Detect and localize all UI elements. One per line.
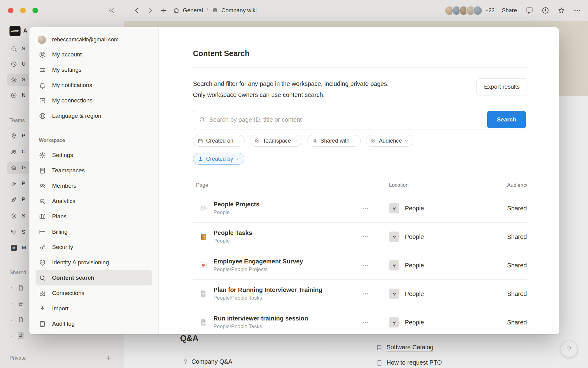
page-path: People bbox=[213, 209, 259, 216]
settings-item-billing[interactable]: Billing bbox=[36, 224, 152, 240]
chevron-down-icon bbox=[236, 157, 240, 161]
external-link-icon bbox=[39, 97, 46, 104]
location-cell: People bbox=[405, 290, 424, 297]
page-title-cell: Run interviewer training session bbox=[213, 315, 308, 322]
people-icon bbox=[254, 138, 260, 144]
chevron-down-icon bbox=[236, 139, 240, 143]
search-icon bbox=[199, 116, 205, 123]
chevron-down-icon bbox=[405, 139, 409, 143]
export-results-button[interactable]: Export results bbox=[477, 78, 527, 95]
people-icon bbox=[370, 138, 376, 144]
filter-created-on[interactable]: Created on bbox=[193, 135, 245, 147]
account-avatar bbox=[38, 36, 46, 44]
settings-item-teamspaces[interactable]: Teamspaces bbox=[36, 163, 152, 178]
settings-item-my-notifications[interactable]: My notifications bbox=[36, 78, 152, 93]
page-path: People bbox=[213, 238, 252, 244]
search-button[interactable]: Search bbox=[487, 111, 526, 128]
audience-cell: Shared bbox=[507, 205, 527, 212]
settings-item-members[interactable]: Members bbox=[36, 178, 152, 194]
filter-shared-with[interactable]: Shared with bbox=[307, 135, 361, 147]
panel-description: Search and filter for any page in the wo… bbox=[193, 78, 389, 100]
filter-row: Created on Teamspace Shared with Audienc… bbox=[193, 135, 527, 147]
page-title-cell: People Projects bbox=[213, 201, 259, 208]
location-cell: People bbox=[405, 262, 424, 269]
page-path: People/People Tasks bbox=[213, 324, 308, 330]
settings-item-settings[interactable]: Settings bbox=[36, 148, 152, 163]
document-icon bbox=[199, 318, 208, 327]
settings-item-security[interactable]: Security bbox=[36, 240, 152, 255]
results-table: Page Location Audience People Projects P… bbox=[193, 176, 527, 334]
audience-cell: Shared bbox=[507, 290, 527, 297]
location-cell: People bbox=[405, 205, 424, 212]
row-menu-icon[interactable] bbox=[361, 290, 370, 297]
teamspace-icon bbox=[389, 260, 399, 270]
table-row[interactable]: People Tasks People People Shared bbox=[193, 223, 527, 251]
person-icon bbox=[198, 156, 203, 162]
row-menu-icon[interactable] bbox=[361, 262, 370, 269]
column-header-page: Page bbox=[193, 182, 208, 188]
page-title-cell: Employee Engagement Survey bbox=[213, 258, 303, 265]
table-row[interactable]: Employee Engagement Survey People/People… bbox=[193, 251, 527, 280]
settings-item-identity-provisioning[interactable]: Identity & provisioning bbox=[36, 255, 152, 270]
settings-item-my-settings[interactable]: My settings bbox=[36, 62, 152, 78]
settings-item-import[interactable]: Import bbox=[36, 301, 152, 316]
shield-check-icon bbox=[39, 259, 46, 266]
settings-item-content-search[interactable]: Content search bbox=[36, 270, 152, 286]
row-menu-icon[interactable] bbox=[361, 319, 370, 326]
table-row[interactable]: Plan for Running Interviewer Training Pe… bbox=[193, 280, 527, 308]
search-input[interactable] bbox=[209, 110, 487, 129]
person-icon bbox=[312, 138, 318, 144]
audience-cell: Shared bbox=[507, 233, 527, 240]
teamspace-icon bbox=[389, 203, 399, 213]
content-search-panel: Content Search Search and filter for any… bbox=[159, 27, 559, 334]
table-header: Page Location Audience bbox=[193, 176, 527, 194]
settings-item-audit-log[interactable]: Audit log bbox=[36, 316, 152, 332]
settings-item-analytics[interactable]: Analytics bbox=[36, 194, 152, 209]
cloud-icon bbox=[199, 204, 208, 213]
map-icon bbox=[39, 213, 46, 220]
sliders-icon bbox=[39, 67, 46, 74]
audit-log-icon bbox=[39, 320, 46, 328]
filter-created-by[interactable]: Created by bbox=[193, 153, 244, 165]
teamspace-icon bbox=[389, 317, 399, 328]
search-bar: Search bbox=[193, 110, 527, 129]
table-row[interactable]: People Projects People People Shared bbox=[193, 194, 527, 223]
gear-icon bbox=[39, 152, 46, 159]
building-icon bbox=[39, 167, 46, 174]
settings-item-language-region[interactable]: Language & region bbox=[36, 108, 152, 124]
workspace-menu: Settings Teamspaces Members Analytics Pl… bbox=[29, 148, 158, 332]
column-header-location: Location bbox=[389, 182, 409, 188]
table-row[interactable]: Run interviewer training session People/… bbox=[193, 308, 527, 334]
settings-item-my-account[interactable]: My account bbox=[36, 47, 152, 62]
analytics-icon bbox=[39, 198, 46, 205]
settings-item-plans[interactable]: Plans bbox=[36, 209, 152, 224]
orange-notebook-icon bbox=[199, 232, 208, 241]
screen: General / Company wiki +22 Share bbox=[0, 0, 588, 368]
download-icon bbox=[39, 305, 46, 312]
audience-cell: Shared bbox=[507, 319, 527, 326]
account-header: rebeccamcakir@gmail.com bbox=[29, 35, 158, 44]
chevron-down-icon bbox=[352, 139, 356, 143]
row-menu-icon[interactable] bbox=[361, 205, 370, 212]
calendar-icon bbox=[198, 138, 203, 144]
page-path: People/People Projects bbox=[213, 266, 303, 273]
love-letter-icon bbox=[199, 261, 208, 270]
audience-cell: Shared bbox=[507, 262, 527, 269]
account-menu: My account My settings My notifications … bbox=[29, 47, 158, 124]
page-title-cell: People Tasks bbox=[213, 229, 252, 236]
account-email: rebeccamcakir@gmail.com bbox=[52, 36, 119, 43]
bell-icon bbox=[39, 82, 46, 89]
filter-teamspace[interactable]: Teamspace bbox=[250, 135, 302, 147]
settings-modal: rebeccamcakir@gmail.com My account My se… bbox=[29, 27, 559, 334]
active-filter-row: Created by bbox=[193, 153, 527, 165]
column-header-audience: Audience bbox=[507, 182, 527, 188]
document-icon bbox=[199, 289, 208, 298]
page-title-cell: Plan for Running Interviewer Training bbox=[213, 286, 322, 293]
filter-audience[interactable]: Audience bbox=[366, 135, 413, 147]
settings-item-my-connections[interactable]: My connections bbox=[36, 93, 152, 108]
user-circle-icon bbox=[39, 51, 46, 58]
grid-icon bbox=[39, 290, 46, 297]
row-menu-icon[interactable] bbox=[361, 233, 370, 240]
settings-item-connections[interactable]: Connections bbox=[36, 286, 152, 301]
teamspace-icon bbox=[389, 232, 399, 242]
